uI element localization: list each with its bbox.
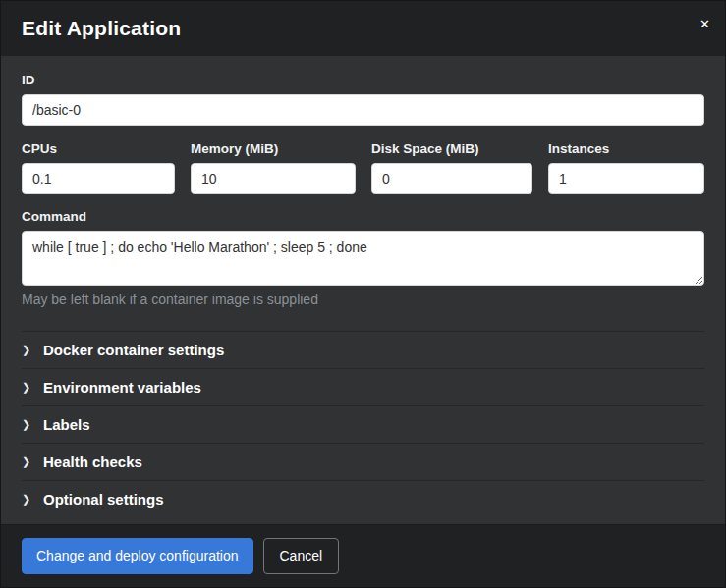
section-labels[interactable]: ❯ Labels — [22, 405, 704, 443]
id-label: ID — [22, 73, 704, 87]
disk-field[interactable] — [371, 163, 532, 194]
memory-field[interactable] — [191, 163, 356, 194]
instances-label: Instances — [548, 141, 704, 156]
chevron-right-icon: ❯ — [22, 382, 32, 393]
instances-field-group: Instances — [548, 141, 704, 194]
command-label: Command — [22, 209, 704, 224]
page-title: Edit Application — [22, 17, 704, 40]
change-and-deploy-button[interactable]: Change and deploy configuration — [22, 538, 253, 574]
id-field-group: ID — [22, 73, 704, 126]
command-field[interactable]: while [ true ] ; do echo 'Hello Marathon… — [22, 231, 704, 286]
cpus-field-group: CPUs — [22, 141, 175, 194]
chevron-right-icon: ❯ — [22, 419, 32, 430]
modal-header: Edit Application ✕ — [1, 1, 725, 56]
instances-field[interactable] — [548, 163, 704, 194]
section-label: Labels — [43, 416, 90, 433]
edit-application-modal: Edit Application ✕ ID CPUs Memory (MiB) … — [0, 0, 726, 588]
section-label: Optional settings — [43, 491, 164, 508]
command-field-group: Command while [ true ] ; do echo 'Hello … — [22, 209, 704, 307]
section-optional-settings[interactable]: ❯ Optional settings — [22, 480, 704, 517]
resources-row: CPUs Memory (MiB) Disk Space (MiB) Insta… — [22, 141, 704, 194]
disk-label: Disk Space (MiB) — [371, 141, 532, 156]
section-health-checks[interactable]: ❯ Health checks — [22, 443, 704, 480]
memory-label: Memory (MiB) — [191, 141, 356, 156]
section-label: Health checks — [43, 454, 142, 470]
id-field[interactable] — [22, 94, 704, 126]
cpus-label: CPUs — [22, 141, 175, 156]
close-icon[interactable]: ✕ — [699, 18, 710, 30]
section-environment-variables[interactable]: ❯ Environment variables — [22, 368, 704, 405]
section-docker-container-settings[interactable]: ❯ Docker container settings — [22, 331, 704, 368]
chevron-right-icon: ❯ — [22, 494, 32, 505]
memory-field-group: Memory (MiB) — [191, 141, 356, 194]
collapsible-sections: ❯ Docker container settings ❯ Environmen… — [22, 331, 704, 517]
disk-field-group: Disk Space (MiB) — [371, 141, 532, 194]
command-help-text: May be left blank if a container image i… — [22, 292, 704, 307]
chevron-right-icon: ❯ — [22, 345, 32, 355]
chevron-right-icon: ❯ — [22, 456, 32, 467]
section-label: Docker container settings — [43, 342, 224, 358]
section-label: Environment variables — [43, 379, 201, 396]
modal-body: ID CPUs Memory (MiB) Disk Space (MiB) In… — [1, 56, 725, 524]
modal-footer: Change and deploy configuration Cancel — [1, 524, 725, 587]
cancel-button[interactable]: Cancel — [263, 538, 340, 574]
cpus-field[interactable] — [22, 163, 175, 194]
